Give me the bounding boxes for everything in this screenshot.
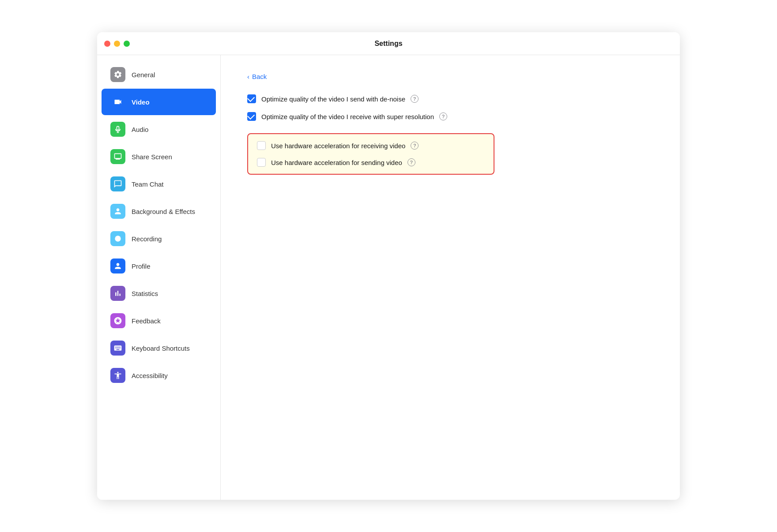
sidebar-item-audio[interactable]: Audio [102, 116, 216, 142]
window-controls [104, 41, 130, 47]
statistics-label: Statistics [132, 290, 158, 297]
sidebar-item-share-screen[interactable]: Share Screen [102, 143, 216, 170]
team-chat-label: Team Chat [132, 180, 164, 188]
feedback-icon [110, 313, 125, 328]
sidebar-item-keyboard-shortcuts[interactable]: Keyboard Shortcuts [102, 335, 216, 361]
accessibility-icon [110, 368, 125, 383]
recording-icon [110, 231, 125, 246]
settings-window: Settings General Video [97, 32, 680, 500]
super-resolution-help-icon[interactable]: ? [439, 112, 447, 120]
sidebar-item-team-chat[interactable]: Team Chat [102, 171, 216, 197]
back-label: Back [252, 73, 267, 80]
video-icon [110, 94, 125, 109]
sidebar-item-feedback[interactable]: Feedback [102, 307, 216, 334]
option-denoise: Optimize quality of the video I send wit… [247, 94, 653, 103]
share-screen-icon [110, 149, 125, 164]
option-super-resolution: Optimize quality of the video I receive … [247, 112, 653, 121]
hw-receive-help-icon[interactable]: ? [411, 142, 419, 150]
option-hw-receive: Use hardware acceleration for receiving … [257, 141, 485, 150]
keyboard-shortcuts-label: Keyboard Shortcuts [132, 345, 190, 352]
minimize-button[interactable] [114, 41, 120, 47]
super-resolution-checkbox[interactable] [247, 112, 256, 121]
statistics-icon [110, 286, 125, 301]
sidebar-item-general[interactable]: General [102, 61, 216, 88]
hardware-acceleration-box: Use hardware acceleration for receiving … [247, 133, 494, 175]
recording-label: Recording [132, 235, 162, 243]
video-label: Video [132, 98, 150, 106]
audio-label: Audio [132, 126, 148, 133]
accessibility-label: Accessibility [132, 372, 168, 379]
sidebar-item-video[interactable]: Video [102, 89, 216, 115]
denoise-help-icon[interactable]: ? [411, 95, 419, 103]
hw-receive-checkbox[interactable] [257, 141, 266, 150]
hw-send-help-icon[interactable]: ? [407, 158, 415, 166]
option-hw-send: Use hardware acceleration for sending vi… [257, 158, 485, 167]
sidebar-item-recording[interactable]: Recording [102, 225, 216, 252]
profile-icon [110, 259, 125, 273]
title-bar: Settings [97, 32, 680, 55]
sidebar-item-profile[interactable]: Profile [102, 253, 216, 279]
general-icon [110, 67, 125, 82]
sidebar-item-background-effects[interactable]: Background & Effects [102, 198, 216, 225]
back-chevron-icon: ‹ [247, 73, 249, 80]
feedback-label: Feedback [132, 317, 161, 325]
team-chat-icon [110, 176, 125, 191]
share-screen-label: Share Screen [132, 153, 172, 161]
background-effects-icon [110, 204, 125, 219]
sidebar-item-statistics[interactable]: Statistics [102, 280, 216, 307]
hw-send-checkbox[interactable] [257, 158, 266, 167]
super-resolution-label: Optimize quality of the video I receive … [261, 113, 434, 120]
audio-icon [110, 122, 125, 137]
general-label: General [132, 71, 155, 79]
hw-receive-label: Use hardware acceleration for receiving … [271, 142, 405, 150]
back-button[interactable]: ‹ Back [247, 73, 653, 80]
sidebar: General Video Audio Sha [97, 55, 221, 500]
sidebar-item-accessibility[interactable]: Accessibility [102, 362, 216, 389]
keyboard-shortcuts-icon [110, 341, 125, 356]
denoise-label: Optimize quality of the video I send wit… [261, 95, 405, 103]
denoise-checkbox[interactable] [247, 94, 256, 103]
main-layout: General Video Audio Sha [97, 55, 680, 500]
hw-send-label: Use hardware acceleration for sending vi… [271, 159, 402, 166]
maximize-button[interactable] [124, 41, 130, 47]
window-title: Settings [374, 40, 402, 48]
svg-point-0 [115, 236, 121, 241]
content-area: ‹ Back Optimize quality of the video I s… [221, 55, 680, 500]
close-button[interactable] [104, 41, 110, 47]
background-effects-label: Background & Effects [132, 208, 195, 215]
profile-label: Profile [132, 262, 151, 270]
